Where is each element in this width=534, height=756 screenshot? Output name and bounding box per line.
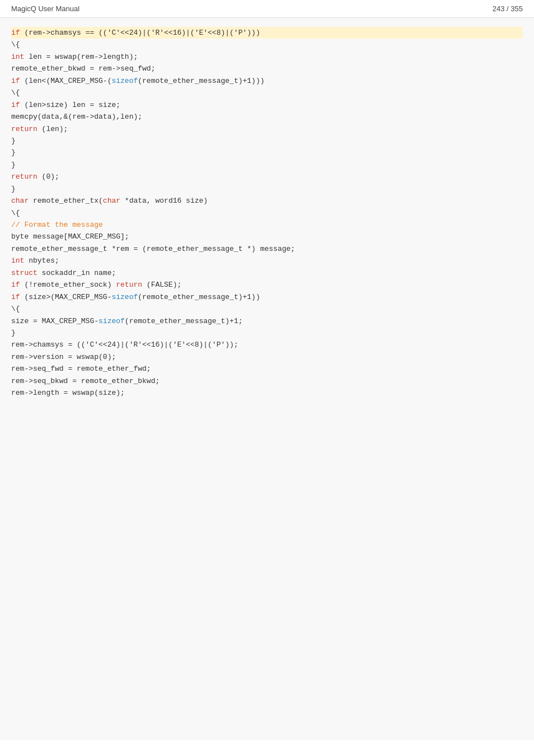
code-token: }	[11, 329, 16, 337]
code-line: \{	[11, 207, 523, 219]
code-line: rem->seq_fwd = remote_ether_fwd;	[11, 363, 523, 375]
code-line: }	[11, 327, 523, 339]
code-line: if (!remote_ether_sock) return (FALSE);	[11, 279, 523, 291]
code-line: remote_ether_message_t *rem = (remote_et…	[11, 243, 523, 255]
code-token: remote_ether_message_t *rem = (remote_et…	[11, 245, 295, 253]
code-line: }	[11, 183, 523, 195]
code-line: \{	[11, 39, 523, 50]
code-token: return	[11, 125, 38, 133]
code-line: char remote_ether_tx(char *data, word16 …	[11, 195, 523, 207]
code-token: \{	[11, 40, 20, 49]
code-token: rem->seq_bkwd = remote_ether_bkwd;	[11, 377, 160, 385]
code-token: }	[11, 185, 16, 193]
code-token: \{	[11, 88, 20, 97]
code-token: if	[11, 77, 20, 85]
code-line: size = MAX_CREP_MSG-sizeof(remote_ether_…	[11, 315, 523, 327]
code-token: rem->length = wswap(size);	[11, 389, 125, 397]
code-token: (remote_ether_message_t)+1))	[138, 293, 260, 301]
code-line: if (len>size) len = size;	[11, 99, 523, 111]
code-token: len = wswap(rem->length);	[24, 53, 138, 61]
code-token: (len);	[38, 125, 68, 133]
code-token: remote_ether_bkwd = rem->seq_fwd;	[11, 64, 155, 73]
code-line: \{	[11, 303, 523, 315]
page-header: MagicQ User Manual 243 / 355	[0, 0, 534, 18]
code-token: (len<(MAX_CREP_MSG-(	[20, 77, 112, 85]
code-token: memcpy(data,&(rem->data),len);	[11, 113, 142, 121]
code-line: if (rem->chamsys == (('C'<<24)|('R'<<16)…	[11, 27, 523, 39]
code-token: return	[11, 172, 38, 181]
code-line: byte message[MAX_CREP_MSG];	[11, 231, 523, 242]
code-token: sizeof	[111, 293, 138, 301]
code-token: (size>(MAX_CREP_MSG-	[20, 293, 112, 301]
code-line: rem->length = wswap(size);	[11, 387, 523, 399]
code-token: rem->chamsys = (('C'<<24)|('R'<<16)|('E'…	[11, 340, 238, 349]
code-line: struct sockaddr_in name;	[11, 267, 523, 279]
code-token: if	[11, 101, 20, 109]
code-token: (rem->chamsys == (('C'<<24)|('R'<<16)|('…	[20, 29, 260, 37]
code-token: (FALSE);	[142, 281, 181, 289]
code-line: rem->seq_bkwd = remote_ether_bkwd;	[11, 375, 523, 387]
code-token: if	[11, 293, 20, 301]
code-token: char	[103, 197, 120, 205]
code-line: return (len);	[11, 123, 523, 135]
code-token: nbytes;	[24, 256, 59, 265]
code-line: int len = wswap(rem->length);	[11, 51, 523, 63]
code-line: \{	[11, 87, 523, 99]
code-line: }	[11, 147, 523, 158]
code-token: (len>size) len = size;	[20, 101, 120, 109]
code-line: if (size>(MAX_CREP_MSG-sizeof(remote_eth…	[11, 291, 523, 303]
code-token: (!remote_ether_sock)	[20, 281, 116, 289]
page-number: 243 / 355	[493, 4, 523, 13]
code-line: }	[11, 135, 523, 147]
code-token: byte message[MAX_CREP_MSG];	[11, 232, 129, 241]
code-block: if (rem->chamsys == (('C'<<24)|('R'<<16)…	[11, 27, 523, 399]
code-token: rem->seq_fwd = remote_ether_fwd;	[11, 365, 151, 373]
code-token: sockaddr_in name;	[38, 269, 116, 277]
code-token: int	[11, 256, 24, 265]
code-line: return (0);	[11, 171, 523, 183]
code-token: }	[11, 161, 16, 169]
code-token: return	[116, 281, 142, 289]
code-line: remote_ether_bkwd = rem->seq_fwd;	[11, 63, 523, 74]
code-token: int	[11, 53, 24, 61]
code-line: rem->version = wswap(0);	[11, 351, 523, 363]
manual-title: MagicQ User Manual	[11, 4, 79, 13]
code-token: }	[11, 148, 16, 157]
code-token: size = MAX_CREP_MSG-	[11, 317, 99, 325]
code-line: }	[11, 159, 523, 171]
code-token: if	[11, 281, 20, 289]
code-token: char	[11, 197, 29, 205]
code-token: \{	[11, 305, 20, 313]
code-token: (remote_ether_message_t)+1;	[125, 317, 243, 325]
code-token: sizeof	[99, 317, 125, 325]
code-token: (0);	[38, 172, 59, 181]
code-container: if (rem->chamsys == (('C'<<24)|('R'<<16)…	[0, 18, 534, 740]
code-token: sizeof	[111, 77, 138, 85]
code-token: }	[11, 137, 16, 145]
code-token: rem->version = wswap(0);	[11, 353, 116, 361]
code-token: \{	[11, 209, 20, 217]
code-token: remote_ether_tx(	[29, 197, 103, 205]
code-line: int nbytes;	[11, 255, 523, 267]
code-line: // Format the message	[11, 219, 523, 231]
code-line: memcpy(data,&(rem->data),len);	[11, 111, 523, 123]
code-token: struct	[11, 269, 38, 277]
code-token: if	[11, 29, 20, 37]
code-line: rem->chamsys = (('C'<<24)|('R'<<16)|('E'…	[11, 339, 523, 351]
code-line: if (len<(MAX_CREP_MSG-(sizeof(remote_eth…	[11, 75, 523, 87]
code-token: (remote_ether_message_t)+1)))	[138, 77, 264, 85]
code-token: *data, word16 size)	[120, 197, 208, 205]
code-token: // Format the message	[11, 221, 103, 229]
